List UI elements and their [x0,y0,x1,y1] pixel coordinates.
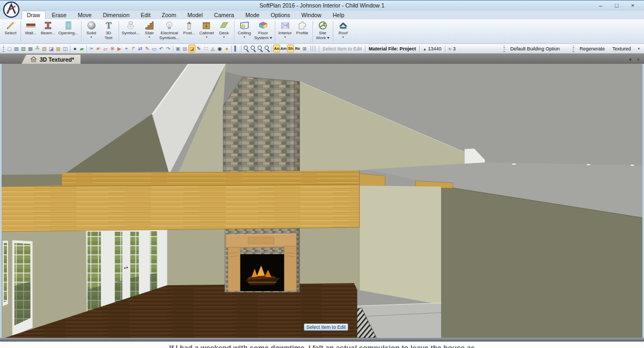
menu-draw[interactable]: Draw [21,11,46,19]
library-folders-icon[interactable]: ▩ [55,45,62,53]
menu-erase[interactable]: Erase [47,11,71,19]
sun-light-icon[interactable]: ● [223,45,230,53]
material-file-label[interactable]: Material File: Project [369,46,416,51]
fireplace[interactable] [225,228,299,292]
undo-icon[interactable]: ↶ [158,45,165,53]
window-bottom-edge [0,338,644,342]
ribbon-site-work-button[interactable]: SiteWork ▾ [314,20,331,43]
ribbon-opening-button[interactable]: Opening... [57,20,79,43]
bend-item-icon[interactable]: ↱ [130,45,137,53]
refresh-icon: ↻ [449,47,452,51]
default-building-option-button[interactable]: Default Building Option [507,46,564,51]
copy-items-icon[interactable]: ※ [109,45,116,53]
redo-icon[interactable]: ↷ [165,45,172,53]
extend-item-icon[interactable]: ▭ [151,45,158,53]
menu-mode[interactable]: Mode [240,11,264,19]
render-camera-icon[interactable]: ◉ [216,45,223,53]
erase-item-icon[interactable]: ▱ [102,45,109,53]
scene-3d[interactable] [2,64,642,338]
status-select-hint: Select Item to Edit [323,46,362,51]
reflections-toggle-button[interactable]: Re [294,45,301,53]
door-handle[interactable] [124,268,126,269]
ribbon-deck-button[interactable]: Deck▾ [216,20,232,43]
save-drawing-icon[interactable]: ▤ [13,45,20,53]
edit-item-icon[interactable]: ✎ [144,45,151,53]
print-icon[interactable]: ▦ [27,45,34,53]
annotation-toggle-button[interactable]: An [273,45,280,53]
toolbar-grip[interactable] [573,46,574,52]
tab-close-icon[interactable]: × [637,57,640,62]
new-drawing-icon[interactable]: ▢ [6,45,13,53]
render-mode-select[interactable]: Textured [609,46,635,51]
toolbar-grip[interactable] [503,46,505,52]
move-item-icon[interactable]: ＋ [123,45,130,53]
triangle-up-icon: ▲ [423,47,427,51]
ambient-toggle-button[interactable]: Am [280,45,287,53]
window-tall-left[interactable] [12,240,33,336]
ribbon-electrical-symbols-button[interactable]: ElectricalSymbols... [158,20,180,43]
ribbon-roof-button[interactable]: Roof▾ [335,20,352,43]
ribbon-wall-button[interactable]: Wall... [23,20,39,43]
zoom-extents-icon[interactable] [250,45,257,53]
textured-3d-view-icon[interactable]: ◪ [188,45,195,53]
plan-view-icon[interactable]: ▣ [174,45,181,53]
tab-list-arrow-icon[interactable]: ▾ [629,57,632,62]
menu-help[interactable]: Help [328,11,349,19]
ribbon-select-button[interactable]: Select [2,20,19,43]
elevation-view-icon[interactable]: ▤ [181,45,188,53]
maximize-button[interactable]: □ [609,1,625,11]
menu-model[interactable]: Model [182,11,208,19]
menu-move[interactable]: Move [73,11,97,19]
drawing-stamp-icon[interactable]: ◪ [48,45,55,53]
menu-options[interactable]: Options [266,11,295,19]
zoom-in-icon[interactable] [243,45,250,53]
insert-image-icon[interactable]: ◫ [62,45,69,53]
status-grip[interactable] [310,46,316,51]
stone-chimney[interactable] [223,77,299,174]
shadows-toggle-button[interactable]: Sh [287,45,294,53]
draw-pen-icon[interactable]: ✎ [195,45,202,53]
ribbon-profile-button[interactable]: Profile [294,20,311,43]
zoom-out-icon[interactable] [264,45,270,53]
pick-item-icon[interactable]: ☛ [95,45,102,53]
interior-wall-panel[interactable] [360,186,441,305]
stair-icon [144,20,155,31]
walkthrough-icon[interactable]: ◬ [209,45,216,53]
open-folder-icon[interactable]: ▰ [78,45,85,53]
close-button[interactable]: × [625,1,641,11]
ribbon-interior-button[interactable]: Interior▾ [277,20,294,43]
repeat-item-icon[interactable]: ▶ [116,45,123,53]
materials-list-icon[interactable]: ▨ [41,45,48,53]
camera-view-icon[interactable]: ● [71,45,78,53]
window-left-edge[interactable] [3,241,8,306]
ribbon-stair-button[interactable]: Stair▾ [141,20,158,43]
chevron-down-icon[interactable]: ▾ [634,47,643,51]
tab-3d-textured[interactable]: 3D Textured* [21,55,80,64]
softplan-logo-icon[interactable] [3,1,20,18]
expand-view-icon[interactable]: ⊞ [301,45,308,53]
ribbon-beam-button[interactable]: Beam... [40,20,57,43]
menu-edit[interactable]: Edit [136,11,155,19]
point-grid-icon[interactable]: ∷ [202,45,209,53]
menu-dimension[interactable]: Dimension [98,11,135,19]
ribbon-solid-button[interactable]: Solid▾ [83,20,100,43]
ribbon-cabinet-button[interactable]: Cabinet▾ [198,20,215,43]
render-viewport[interactable]: Select Item to Edit [0,64,644,338]
ribbon-floor-system-button[interactable]: FloorSystem ▾ [253,20,273,43]
menu-camera[interactable]: Camera [209,11,239,19]
ribbon-text-3d-button[interactable]: T3DText [100,20,117,43]
ribbon-post-button[interactable]: Post... [181,20,197,43]
menu-window[interactable]: Window [297,11,326,19]
zoom-window-icon[interactable] [257,45,264,53]
reverse-item-icon[interactable]: ⇄ [137,45,144,53]
measure-level-icon[interactable]: ╩ [34,45,41,53]
column-tool-icon[interactable]: ▍ [233,45,240,53]
ribbon-symbol-button[interactable]: Symbol... [121,20,141,43]
toolbar-drag-grip[interactable] [3,46,4,52]
export-image-icon[interactable]: ▧ [20,45,27,53]
ribbon-ceiling-button[interactable]: Ceiling▾ [236,20,253,43]
cut-icon[interactable]: ✂ [88,45,95,53]
minimize-button[interactable]: – [592,1,609,11]
regenerate-button[interactable]: Regenerate [576,46,609,51]
menu-zoom[interactable]: Zoom [157,11,181,19]
